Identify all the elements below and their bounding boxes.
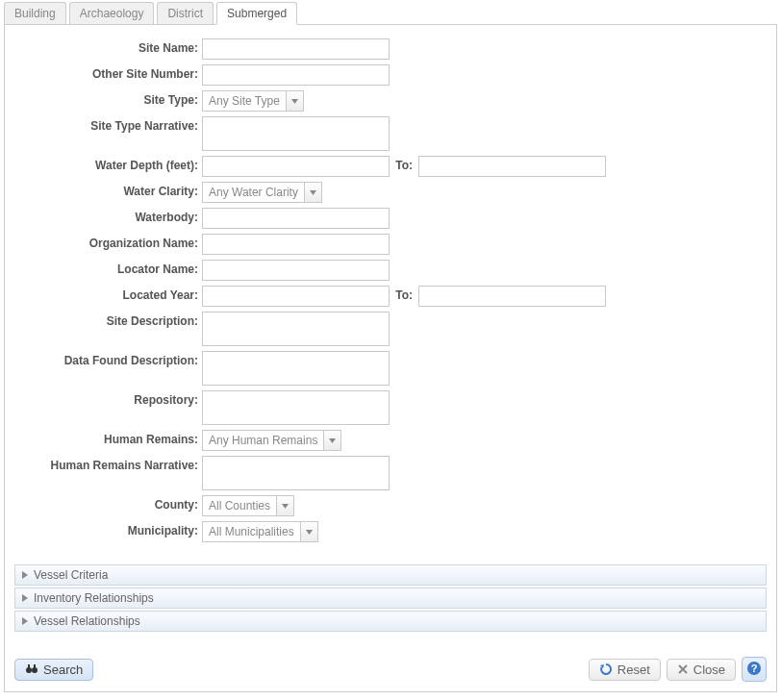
water-depth-to-label: To: bbox=[390, 156, 418, 172]
tab-bar: Building Archaeology District Submerged bbox=[0, 2, 781, 24]
help-button[interactable]: ? bbox=[742, 657, 767, 682]
site-description-label: Site Description: bbox=[14, 312, 202, 328]
site-type-label: Site Type: bbox=[14, 90, 202, 107]
site-type-select[interactable]: Any Site Type bbox=[202, 90, 304, 112]
located-year-label: Located Year: bbox=[14, 286, 202, 302]
repository-label: Repository: bbox=[14, 390, 202, 407]
tab-archaeology[interactable]: Archaeology bbox=[69, 2, 155, 24]
section-vessel-relationships[interactable]: Vessel Relationships bbox=[14, 611, 767, 632]
municipality-value: All Municipalities bbox=[203, 522, 300, 541]
reset-button-label: Reset bbox=[617, 662, 650, 677]
chevron-right-icon bbox=[21, 571, 29, 579]
reset-button[interactable]: Reset bbox=[589, 659, 661, 681]
located-year-to-input[interactable] bbox=[418, 286, 606, 307]
svg-rect-3 bbox=[34, 664, 36, 668]
binoculars-icon bbox=[25, 662, 38, 676]
tab-district[interactable]: District bbox=[157, 2, 214, 24]
locator-name-input[interactable] bbox=[202, 260, 390, 281]
help-icon: ? bbox=[746, 661, 762, 679]
chevron-down-icon bbox=[276, 496, 293, 515]
county-label: County: bbox=[14, 495, 202, 512]
search-button-label: Search bbox=[43, 662, 83, 677]
human-remains-select[interactable]: Any Human Remains bbox=[202, 430, 341, 451]
chevron-down-icon bbox=[304, 183, 321, 202]
tab-building[interactable]: Building bbox=[4, 2, 66, 24]
municipality-select[interactable]: All Municipalities bbox=[202, 521, 318, 542]
form-panel: Site Name: Other Site Number: Site Type:… bbox=[4, 24, 777, 692]
section-inventory-relationships-label: Inventory Relationships bbox=[34, 591, 154, 605]
human-remains-narrative-input[interactable] bbox=[202, 456, 390, 490]
site-name-input[interactable] bbox=[202, 38, 390, 60]
municipality-label: Municipality: bbox=[14, 521, 202, 538]
svg-rect-2 bbox=[28, 664, 30, 668]
site-name-label: Site Name: bbox=[14, 38, 202, 55]
site-description-input[interactable] bbox=[202, 312, 390, 346]
county-select[interactable]: All Counties bbox=[202, 495, 294, 516]
county-value: All Counties bbox=[203, 496, 276, 515]
water-depth-to-input[interactable] bbox=[418, 156, 606, 177]
section-vessel-relationships-label: Vessel Relationships bbox=[34, 614, 140, 628]
tab-submerged[interactable]: Submerged bbox=[216, 2, 297, 25]
water-clarity-label: Water Clarity: bbox=[14, 182, 202, 198]
other-site-number-input[interactable] bbox=[202, 64, 390, 86]
repository-input[interactable] bbox=[202, 390, 390, 425]
chevron-right-icon bbox=[21, 617, 29, 625]
water-depth-label: Water Depth (feet): bbox=[14, 156, 202, 172]
undo-icon bbox=[599, 662, 613, 676]
locator-name-label: Locator Name: bbox=[14, 260, 202, 276]
located-year-from-input[interactable] bbox=[202, 286, 390, 307]
located-year-to-label: To: bbox=[390, 286, 418, 302]
section-inventory-relationships[interactable]: Inventory Relationships bbox=[14, 588, 767, 609]
human-remains-label: Human Remains: bbox=[14, 430, 202, 446]
organization-name-label: Organization Name: bbox=[14, 234, 202, 250]
close-icon bbox=[677, 663, 689, 675]
waterbody-label: Waterbody: bbox=[14, 208, 202, 224]
search-button[interactable]: Search bbox=[14, 659, 93, 681]
chevron-down-icon bbox=[286, 91, 303, 111]
organization-name-input[interactable] bbox=[202, 234, 390, 255]
chevron-down-icon bbox=[323, 431, 340, 450]
water-clarity-select[interactable]: Any Water Clarity bbox=[202, 182, 322, 203]
chevron-down-icon bbox=[300, 522, 317, 541]
site-type-narrative-label: Site Type Narrative: bbox=[14, 116, 202, 133]
human-remains-value: Any Human Remains bbox=[203, 431, 323, 450]
human-remains-narrative-label: Human Remains Narrative: bbox=[14, 456, 202, 472]
close-button-label: Close bbox=[693, 662, 725, 677]
site-type-narrative-input[interactable] bbox=[202, 116, 390, 151]
chevron-right-icon bbox=[21, 594, 29, 602]
section-vessel-criteria-label: Vessel Criteria bbox=[34, 568, 108, 582]
waterbody-input[interactable] bbox=[202, 208, 390, 229]
close-button[interactable]: Close bbox=[667, 659, 736, 681]
site-type-value: Any Site Type bbox=[203, 91, 286, 111]
svg-text:?: ? bbox=[751, 662, 758, 674]
section-vessel-criteria[interactable]: Vessel Criteria bbox=[14, 564, 767, 586]
water-depth-from-input[interactable] bbox=[202, 156, 390, 177]
data-found-description-input[interactable] bbox=[202, 351, 390, 386]
other-site-number-label: Other Site Number: bbox=[14, 64, 202, 81]
water-clarity-value: Any Water Clarity bbox=[203, 183, 304, 202]
data-found-description-label: Data Found Description: bbox=[14, 351, 202, 367]
